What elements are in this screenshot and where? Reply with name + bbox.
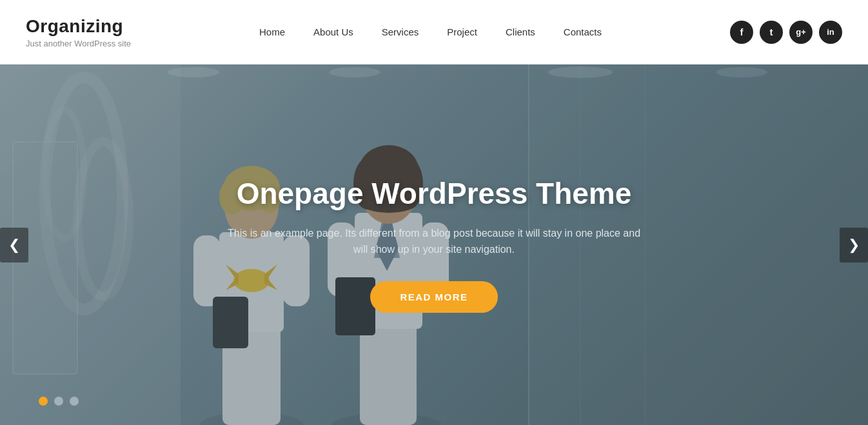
googleplus-icon[interactable]: g+	[789, 21, 813, 44]
hero-title: Onepage WordPress Theme	[221, 177, 647, 211]
logo: Organizing Just another WordPress site	[26, 16, 131, 48]
slide-prev-button[interactable]: ❮	[0, 228, 28, 262]
site-header: Organizing Just another WordPress site H…	[0, 0, 868, 64]
nav-contacts[interactable]: Contacts	[549, 26, 616, 37]
main-nav: Home About Us Services Project Clients C…	[245, 26, 616, 37]
read-more-button[interactable]: READ MORE	[370, 281, 497, 313]
hero-section: ❮ ❯ Onepage WordPress Theme This is an e…	[0, 64, 868, 425]
chevron-left-icon: ❮	[8, 237, 20, 253]
chevron-right-icon: ❯	[848, 237, 860, 253]
slide-dot-1[interactable]	[39, 397, 48, 406]
social-icons-group: f t g+ in	[730, 21, 842, 44]
facebook-icon[interactable]: f	[730, 21, 753, 44]
hero-subtitle: This is an example page. Its different f…	[221, 225, 647, 258]
nav-clients[interactable]: Clients	[491, 26, 549, 37]
slide-dot-2[interactable]	[54, 397, 63, 406]
logo-subtitle: Just another WordPress site	[26, 39, 131, 48]
nav-home[interactable]: Home	[245, 26, 299, 37]
slide-next-button[interactable]: ❯	[840, 228, 868, 262]
nav-about[interactable]: About Us	[299, 26, 368, 37]
slide-dots	[39, 397, 79, 406]
linkedin-icon[interactable]: in	[819, 21, 842, 44]
nav-project[interactable]: Project	[433, 26, 491, 37]
logo-title: Organizing	[26, 16, 131, 37]
slide-dot-3[interactable]	[70, 397, 79, 406]
twitter-icon[interactable]: t	[760, 21, 783, 44]
nav-services[interactable]: Services	[368, 26, 433, 37]
hero-content: Onepage WordPress Theme This is an examp…	[208, 177, 660, 313]
